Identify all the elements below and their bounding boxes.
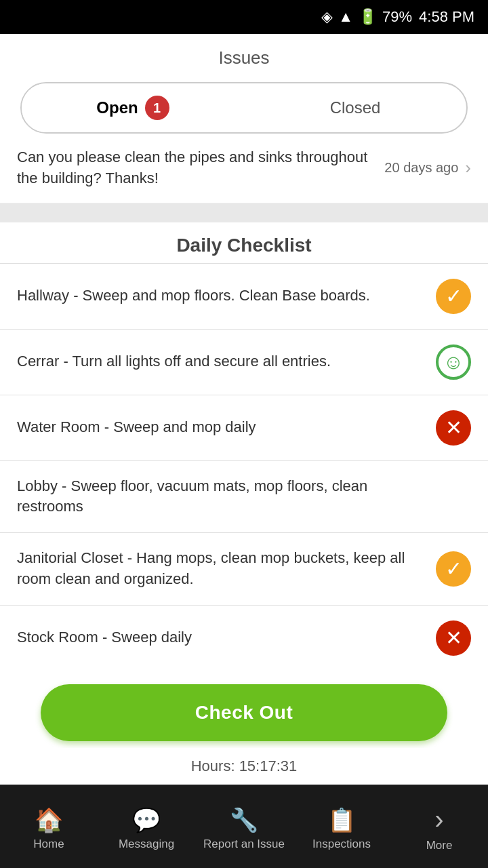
battery-percent: 79% — [382, 8, 412, 26]
status-icon-5: ✕ — [436, 620, 471, 656]
issue-item[interactable]: Can you please clean the pipes and sinks… — [0, 134, 488, 203]
clock: 4:58 PM — [419, 8, 474, 26]
checklist-item-3[interactable]: Lobby - Sweep floor, vacuum mats, mop fl… — [0, 460, 488, 533]
status-icon-0: ✓ — [436, 279, 471, 314]
status-icon-4: ✓ — [436, 551, 471, 587]
nav-label-report: Report an Issue — [203, 837, 285, 851]
status-icon-3 — [436, 479, 471, 514]
nav-label-inspections: Inspections — [312, 837, 371, 851]
checklist-title: Daily Checklist — [0, 222, 488, 263]
checklist-item-text-3: Lobby - Sweep floor, vacuum mats, mop fl… — [17, 476, 436, 518]
status-icon-1: ☺ — [436, 344, 471, 380]
open-badge: 1 — [145, 96, 169, 120]
messaging-icon: 💬 — [132, 806, 161, 833]
nav-item-more[interactable]: › More — [390, 785, 488, 868]
checklist-item-4[interactable]: Janitorial Closet - Hang mops, clean mop… — [0, 532, 488, 605]
status-bar: ◈ ▲ 🔋 79% 4:58 PM — [0, 0, 488, 34]
nav-label-more: More — [426, 839, 453, 852]
home-icon: 🏠 — [35, 806, 63, 833]
issues-title: Issues — [0, 34, 488, 75]
status-icon-2: ✕ — [436, 410, 471, 446]
section-divider — [0, 203, 488, 222]
nav-label-home: Home — [33, 837, 64, 851]
nav-item-messaging[interactable]: 💬 Messaging — [98, 785, 195, 868]
signal-icons: ◈ ▲ 🔋 79% — [321, 8, 412, 26]
nav-label-messaging: Messaging — [119, 837, 174, 851]
issue-text: Can you please clean the pipes and sinks… — [17, 147, 384, 189]
checklist-item-text-4: Janitorial Closet - Hang mops, clean mop… — [17, 548, 436, 590]
chevron-right-icon: › — [465, 157, 471, 178]
checklist-item-0[interactable]: Hallway - Sweep and mop floors. Clean Ba… — [0, 263, 488, 329]
checklist-item-1[interactable]: Cerrar - Turn all lights off and secure … — [0, 329, 488, 395]
checklist-item-text-0: Hallway - Sweep and mop floors. Clean Ba… — [17, 285, 436, 307]
checkout-section: Check Out — [0, 671, 488, 748]
checklist-item-2[interactable]: Water Room - Sweep and mop daily ✕ — [0, 395, 488, 460]
battery-icon: 🔋 — [359, 8, 377, 26]
main-content: Issues Open 1 Closed Can you please clea… — [0, 34, 488, 785]
nav-item-home[interactable]: 🏠 Home — [0, 785, 98, 868]
wrench-icon: 🔧 — [230, 806, 258, 833]
issue-time: 20 days ago — [384, 160, 458, 176]
nav-item-report[interactable]: 🔧 Report an Issue — [195, 785, 293, 868]
checklist-item-text-2: Water Room - Sweep and mop daily — [17, 417, 436, 438]
clipboard-icon: 📋 — [327, 806, 356, 833]
checkout-button[interactable]: Check Out — [41, 684, 447, 741]
checklist-item-5[interactable]: Stock Room - Sweep daily ✕ — [0, 605, 488, 671]
bottom-nav: 🏠 Home 💬 Messaging 🔧 Report an Issue 📋 I… — [0, 785, 488, 868]
tab-closed-label: Closed — [330, 98, 381, 117]
tab-open[interactable]: Open 1 — [22, 83, 244, 132]
wifi-icon: ◈ — [321, 8, 333, 26]
issues-tabs: Open 1 Closed — [20, 82, 468, 134]
tab-open-label: Open — [96, 98, 138, 117]
tab-closed[interactable]: Closed — [244, 83, 466, 132]
nav-item-inspections[interactable]: 📋 Inspections — [293, 785, 390, 868]
checklist-item-text-1: Cerrar - Turn all lights off and secure … — [17, 351, 436, 372]
signal-icon: ▲ — [338, 8, 353, 26]
checklist-item-text-5: Stock Room - Sweep daily — [17, 627, 436, 648]
more-icon: › — [434, 804, 443, 835]
hours-display: Hours: 15:17:31 — [0, 748, 488, 785]
